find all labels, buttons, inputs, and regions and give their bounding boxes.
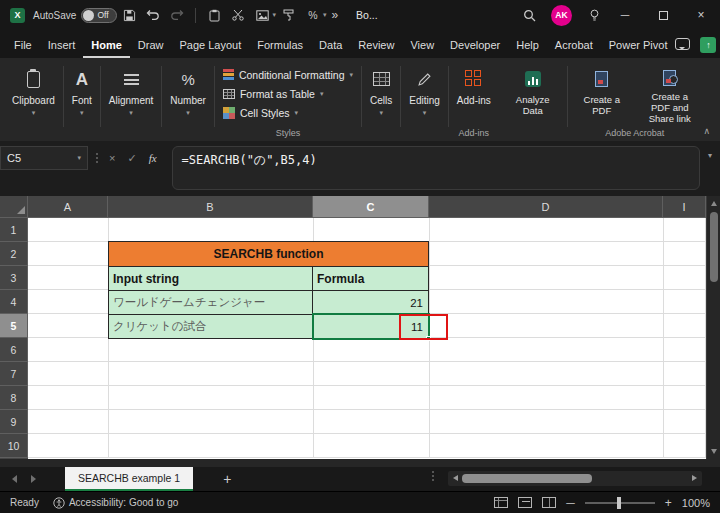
clipboard-group-button[interactable]: Clipboard ▾ <box>4 61 63 141</box>
tab-power-pivot[interactable]: Power Pivot <box>601 33 676 58</box>
minimize-button[interactable]: ─ <box>606 0 644 30</box>
close-button[interactable]: × <box>682 0 720 30</box>
tab-developer[interactable]: Developer <box>442 33 508 58</box>
column-header-i[interactable]: I <box>663 196 706 218</box>
tab-data[interactable]: Data <box>311 33 350 58</box>
row-header-2[interactable]: 2 <box>0 242 28 266</box>
row-header-9[interactable]: 9 <box>0 410 28 434</box>
zoom-slider[interactable] <box>585 502 655 504</box>
horizontal-scroll-thumb[interactable] <box>462 474 592 483</box>
formula-input[interactable]: =SEARCHB("の",B5,4) <box>172 146 700 190</box>
more-commands-icon[interactable]: » <box>331 8 338 22</box>
cell-c4[interactable]: 21 <box>313 291 428 314</box>
tab-view[interactable]: View <box>402 33 442 58</box>
analyze-data-button[interactable]: Analyze Data <box>499 61 567 141</box>
drag-handle-icon[interactable] <box>96 153 98 163</box>
tab-formulas[interactable]: Formulas <box>249 33 311 58</box>
tab-insert[interactable]: Insert <box>40 33 84 58</box>
row-header-5[interactable]: 5 <box>0 314 28 338</box>
format-as-table-button[interactable]: Format as Table ▾ <box>223 84 324 103</box>
cell-styles-button[interactable]: Cell Styles ▾ <box>223 103 298 122</box>
tab-help[interactable]: Help <box>508 33 547 58</box>
horizontal-scrollbar[interactable] <box>448 471 702 486</box>
enter-icon[interactable]: ✓ <box>122 152 141 165</box>
tab-acrobat[interactable]: Acrobat <box>547 33 601 58</box>
zoom-level[interactable]: 100% <box>682 497 710 509</box>
row-header-1[interactable]: 1 <box>0 218 28 242</box>
scroll-up-icon[interactable] <box>711 201 717 206</box>
percent-style-icon[interactable]: % <box>304 4 322 26</box>
share-icon[interactable]: ↑ <box>700 37 716 53</box>
vertical-scrollbar[interactable] <box>706 196 720 459</box>
page-break-view-icon[interactable] <box>542 497 556 508</box>
avatar[interactable]: AK <box>551 5 572 26</box>
format-painter-icon[interactable] <box>280 4 298 26</box>
autosave-toggle[interactable]: Off <box>81 8 117 23</box>
addins-button[interactable]: Add-ins Add-ins <box>449 61 499 141</box>
row-header-8[interactable]: 8 <box>0 386 28 410</box>
tab-home[interactable]: Home <box>83 33 130 58</box>
name-box[interactable]: C5 ▾ <box>0 146 88 170</box>
column-header-a[interactable]: A <box>28 196 108 218</box>
expand-formula-bar-icon[interactable]: ▾ <box>708 151 712 160</box>
comments-icon[interactable] <box>675 36 690 54</box>
chevron-down-icon[interactable]: ▾ <box>323 11 327 19</box>
lightbulb-icon[interactable] <box>585 4 603 26</box>
column-header-c[interactable]: C <box>313 196 429 218</box>
alignment-group-button[interactable]: Alignment ▾ <box>101 61 161 141</box>
scroll-down-icon[interactable] <box>711 449 717 454</box>
tab-page-layout[interactable]: Page Layout <box>171 33 249 58</box>
tab-file[interactable]: File <box>6 33 40 58</box>
new-sheet-icon[interactable]: + <box>223 471 231 487</box>
cell-b3[interactable]: Input string <box>109 267 313 290</box>
insert-function-icon[interactable]: fx <box>144 152 162 164</box>
editing-group-button[interactable]: Editing ▾ <box>401 61 448 141</box>
sheet-options-icon[interactable] <box>432 471 434 481</box>
paste-icon[interactable] <box>205 4 223 26</box>
search-icon[interactable] <box>520 4 538 26</box>
row-header-10[interactable]: 10 <box>0 434 28 458</box>
row-header-7[interactable]: 7 <box>0 362 28 386</box>
font-group-button[interactable]: A Font ▾ <box>64 61 100 141</box>
styles-group-label[interactable]: Styles <box>215 128 361 138</box>
cell-b4[interactable]: ワールドゲームチェンジャー <box>109 291 313 314</box>
vertical-scroll-thumb[interactable] <box>710 212 718 282</box>
cut-icon[interactable] <box>229 4 247 26</box>
cancel-icon[interactable]: × <box>104 152 120 164</box>
cell-grid[interactable]: SEARCHB function Input string Formula ワー… <box>28 218 706 458</box>
cells-group-button[interactable]: Cells ▾ <box>362 61 400 141</box>
tab-draw[interactable]: Draw <box>130 33 172 58</box>
redo-icon[interactable] <box>168 4 186 26</box>
row-header-4[interactable]: 4 <box>0 290 28 314</box>
sheet-tab-active[interactable]: SEARCHB example 1 <box>65 467 193 491</box>
collapse-ribbon-icon[interactable]: ∧ <box>703 126 710 136</box>
page-layout-view-icon[interactable] <box>518 497 532 508</box>
sheet-nav-right-icon[interactable] <box>31 475 36 483</box>
row-header-3[interactable]: 3 <box>0 266 28 290</box>
picture-icon[interactable] <box>253 4 271 26</box>
cell-b2-title[interactable]: SEARCHB function <box>109 242 428 266</box>
column-header-d[interactable]: D <box>429 196 663 218</box>
cell-b5[interactable]: クリケットの試合 <box>109 315 313 338</box>
tab-review[interactable]: Review <box>350 33 402 58</box>
zoom-out-icon[interactable]: ─ <box>566 496 575 510</box>
chevron-down-icon[interactable]: ▾ <box>272 11 276 19</box>
excel-logo-icon[interactable]: X <box>10 8 25 23</box>
cell-c3[interactable]: Formula <box>313 267 428 290</box>
sheet-nav-left-icon[interactable] <box>12 475 17 483</box>
select-all-corner[interactable] <box>0 196 28 218</box>
scroll-right-icon[interactable] <box>692 475 697 481</box>
number-group-button[interactable]: % Number ▾ <box>162 61 214 141</box>
row-header-6[interactable]: 6 <box>0 338 28 362</box>
maximize-button[interactable] <box>644 0 682 30</box>
undo-icon[interactable] <box>144 4 162 26</box>
zoom-in-icon[interactable]: + <box>665 496 672 510</box>
accessibility-status[interactable]: Accessibility: Good to go <box>53 497 179 509</box>
save-icon[interactable] <box>120 4 138 26</box>
column-header-b[interactable]: B <box>108 196 313 218</box>
normal-view-icon[interactable] <box>494 497 508 508</box>
zoom-slider-thumb[interactable] <box>617 497 621 509</box>
scroll-left-icon[interactable] <box>453 475 458 481</box>
conditional-formatting-button[interactable]: Conditional Formatting ▾ <box>223 65 353 84</box>
create-pdf-share-button[interactable]: Create a PDF and Share link Adobe Acroba… <box>636 61 704 141</box>
